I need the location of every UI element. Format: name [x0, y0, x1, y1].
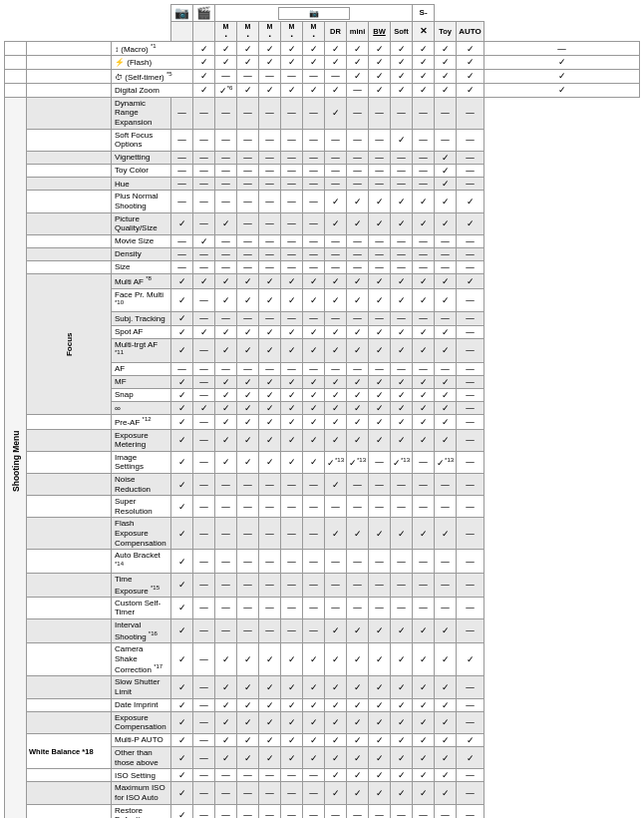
- col-value-12: —: [435, 574, 457, 598]
- col-value-7: ✓: [325, 769, 347, 782]
- col-s-auto: —: [457, 597, 484, 618]
- col-value-5: —: [281, 151, 303, 164]
- shooting-menu-label: Shooting Menu: [5, 97, 27, 818]
- table-row: Vignetting————————————✓—: [5, 151, 640, 164]
- col-value-12: —: [435, 247, 457, 260]
- col-value-6: —: [303, 165, 325, 178]
- col-value-8: —: [347, 261, 369, 274]
- col-value-4: —: [259, 178, 281, 191]
- col-value-2: —: [215, 261, 237, 274]
- col-value-10: ✓: [413, 69, 435, 83]
- col-value-11: —: [413, 165, 435, 178]
- col-value-11: ✓: [435, 69, 457, 83]
- col-value-11: —: [413, 550, 435, 574]
- col-value-5: ✓: [281, 747, 303, 769]
- col-value-12: —: [435, 312, 457, 325]
- col-value-3: ✓: [237, 325, 259, 338]
- table-row: Flash Exposure Compensation✓——————✓✓✓✓✓✓…: [5, 518, 640, 550]
- col-value-2: ✓: [215, 698, 237, 711]
- col-value-2: —: [215, 474, 237, 496]
- col-value-11: ✓: [435, 83, 457, 97]
- table-row: Size——————————————: [5, 261, 640, 274]
- col-value-8: ✓: [347, 338, 369, 362]
- row-label: Multi AF *8: [112, 274, 171, 288]
- col-value-0: ✓: [171, 782, 193, 804]
- col-value-11: ✓: [413, 642, 435, 675]
- col-value-9: ✓: [369, 782, 391, 804]
- col-value-3: —: [237, 312, 259, 325]
- col-value-3: ✓: [237, 711, 259, 733]
- col-value-6: ✓: [303, 415, 325, 429]
- col-value-10: —: [391, 234, 413, 247]
- col-value-10: ✓: [391, 402, 413, 415]
- col-value-5: —: [281, 782, 303, 804]
- col-value-6: —: [303, 261, 325, 274]
- col-value-1: —: [193, 733, 215, 746]
- col-value-2: —: [215, 769, 237, 782]
- col-value-12: —: [435, 234, 457, 247]
- col-value-7: ✓: [325, 338, 347, 362]
- col-value-0: —: [171, 178, 193, 191]
- col-value-8: ✓: [369, 69, 391, 83]
- table-row: Maximum ISO for ISO Auto✓——————✓✓✓✓✓✓—: [5, 782, 640, 804]
- col-value-11: ✓: [435, 56, 457, 69]
- col-value-3: —: [237, 191, 259, 212]
- col-value-5: —: [281, 178, 303, 191]
- col-value-4: —: [259, 769, 281, 782]
- col-value-7: ✓: [325, 676, 347, 698]
- col-s-auto: —: [457, 261, 484, 274]
- col-value-11: —: [413, 804, 435, 818]
- col-value-2: ✓: [215, 642, 237, 675]
- col-value-0: ✓: [171, 325, 193, 338]
- col-value-4: ✓: [259, 733, 281, 746]
- col-value-7: ✓: [325, 288, 347, 312]
- col-value-10: ✓: [391, 274, 413, 288]
- col-value-6: ✓: [303, 338, 325, 362]
- table-row: Pre-AF *12✓—✓✓✓✓✓✓✓✓✓✓✓—: [5, 415, 640, 429]
- row-label: Camera Shake Correction *17: [112, 642, 171, 675]
- col-value-6: —: [303, 518, 325, 550]
- col-value-12: ✓: [435, 769, 457, 782]
- col-value-11: ✓: [413, 389, 435, 402]
- col-value-7: ✓: [325, 747, 347, 769]
- col-value-10: ✓: [391, 288, 413, 312]
- table-row: Noise Reduction✓——————✓——————: [5, 474, 640, 496]
- col-value-1: —: [193, 550, 215, 574]
- col-value-3: —: [237, 212, 259, 234]
- col-value-10: —: [391, 804, 413, 818]
- col-value-8: ✓: [347, 402, 369, 415]
- row-label: Custom Self-Timer: [112, 597, 171, 618]
- col-value-1: ✓: [193, 274, 215, 288]
- col-value-8: —: [347, 312, 369, 325]
- row-label: Pre-AF *12: [112, 415, 171, 429]
- white-balance-label: White Balance *18: [27, 733, 112, 768]
- col-value-9: ✓: [369, 191, 391, 212]
- col-value-10: ✓: [413, 56, 435, 69]
- col-value-7: ✓: [325, 518, 347, 550]
- col-value-5: ✓: [281, 415, 303, 429]
- col-value-3: —: [237, 165, 259, 178]
- col-value-12: ✓: [435, 619, 457, 643]
- row-label: Exposure Compensation: [112, 711, 171, 733]
- col-value-6: —: [303, 782, 325, 804]
- col-value-0: ✓: [171, 550, 193, 574]
- col-s-auto: —: [457, 129, 484, 151]
- col-value-8: —: [347, 247, 369, 260]
- col-value-3: ✓: [259, 83, 281, 97]
- col-value-8: ✓: [347, 415, 369, 429]
- col-value-10: —: [391, 312, 413, 325]
- col-value-8: —: [347, 597, 369, 618]
- col-s-auto: —: [484, 42, 640, 56]
- col-value-7: ✓: [325, 619, 347, 643]
- col-value-12: ✓: [435, 325, 457, 338]
- col-value-6: —: [303, 769, 325, 782]
- col-value-4: ✓: [259, 338, 281, 362]
- col-value-0: —: [171, 151, 193, 164]
- col-value-9: ✓: [369, 375, 391, 388]
- col-value-9: —: [369, 151, 391, 164]
- col-value-3: ✓: [237, 676, 259, 698]
- col-value-1: —: [193, 151, 215, 164]
- row-label: Flash Exposure Compensation: [112, 518, 171, 550]
- col-value-1: ✓: [193, 325, 215, 338]
- col-value-12: —: [435, 597, 457, 618]
